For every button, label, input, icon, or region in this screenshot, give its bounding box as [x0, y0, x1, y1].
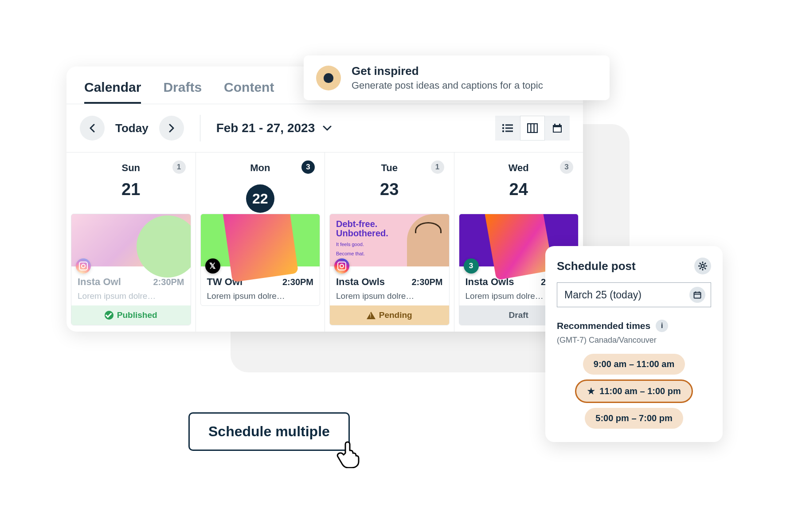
status-badge: Pending	[330, 305, 449, 325]
date-value: March 25 (today)	[564, 289, 642, 301]
today-button[interactable]: Today	[115, 121, 149, 135]
svg-rect-22	[694, 293, 701, 298]
calendar-panel: Calendar Drafts Content Today Feb 21 - 2…	[66, 66, 583, 332]
list-icon	[502, 124, 513, 133]
post-time: 2:30PM	[411, 277, 442, 287]
thumb-subline: Become that.	[336, 251, 388, 257]
post-thumbnail	[71, 214, 191, 266]
day-post-count: 1	[172, 160, 186, 174]
tab-calendar[interactable]: Calendar	[84, 80, 141, 104]
week-columns: 1 Sun 21 Insta Owl 2:30PM Lorem ipsum do…	[66, 153, 583, 332]
svg-point-4	[502, 130, 504, 132]
day-number: 24	[454, 180, 583, 199]
post-time: 2:30PM	[153, 277, 184, 287]
thumb-headline: Debt-free.	[336, 219, 388, 229]
tab-content[interactable]: Content	[224, 80, 274, 104]
svg-point-2	[502, 127, 504, 129]
timezone-label: (GMT-7) Canada/Vancouver	[557, 336, 711, 345]
svg-line-19	[704, 268, 706, 269]
date-picker-field[interactable]: March 25 (today)	[557, 282, 711, 307]
view-week-button[interactable]	[520, 116, 545, 141]
chevron-down-icon	[323, 125, 332, 131]
day-header: 1 Sun 21	[66, 153, 196, 210]
lightbulb-icon	[316, 66, 341, 90]
day-header: 3 Mon 22	[196, 153, 325, 210]
schedule-post-panel: Schedule post March 25 (today)	[545, 246, 723, 442]
x-twitter-icon: 𝕏	[205, 258, 220, 274]
svg-point-0	[502, 124, 504, 126]
time-slot-label: 11:00 am – 1:00 pm	[599, 386, 681, 396]
post-thumbnail: Debt-free. Unbothered. It feels good. Be…	[330, 214, 449, 266]
day-col-tue: 1 Tue 23 Debt-free. Unbothered. It feels…	[325, 153, 454, 332]
time-slot[interactable]: 5:00 pm – 7:00 pm	[585, 408, 683, 429]
get-inspired-subtitle: Generate post ideas and captions for a t…	[352, 80, 543, 91]
post-card[interactable]: Insta Owl 2:30PM Lorem ipsum dolre… Publ…	[71, 214, 191, 325]
multi-network-count: 3	[464, 258, 479, 274]
day-header: 1 Tue 23	[325, 153, 454, 210]
thumb-headline: Unbothered.	[336, 229, 388, 238]
post-excerpt: Lorem ipsum dolre…	[78, 291, 184, 301]
time-slot-list: 9:00 am – 11:00 am 11:00 am – 1:00 pm 5:…	[557, 354, 711, 429]
gear-icon	[698, 262, 707, 270]
post-time: 2:30PM	[282, 277, 313, 287]
post-account: Insta Owls	[336, 276, 385, 288]
view-toggle	[495, 116, 570, 141]
instagram-icon	[76, 258, 91, 274]
day-post-count: 1	[431, 160, 444, 174]
svg-rect-11	[559, 124, 560, 126]
svg-line-20	[704, 263, 706, 264]
svg-line-21	[700, 268, 701, 269]
status-label: Draft	[509, 310, 528, 320]
calendar-icon	[552, 123, 563, 133]
day-col-sun: 1 Sun 21 Insta Owl 2:30PM Lorem ipsum do…	[66, 153, 196, 332]
columns-icon	[527, 123, 538, 133]
post-excerpt: Lorem ipsum dolre…	[207, 291, 314, 301]
post-card[interactable]: Debt-free. Unbothered. It feels good. Be…	[329, 214, 450, 325]
check-circle-icon	[105, 311, 113, 320]
instagram-icon	[334, 258, 349, 274]
post-thumbnail: 𝕏	[201, 214, 320, 266]
svg-rect-3	[505, 128, 513, 129]
day-number: 21	[66, 180, 196, 199]
status-label: Published	[117, 310, 157, 320]
day-post-count: 3	[560, 160, 573, 174]
info-button[interactable]: i	[656, 320, 668, 332]
time-slot-selected[interactable]: 11:00 am – 1:00 pm	[576, 381, 691, 402]
day-col-mon: 3 Mon 22 𝕏 TW Owl 2:30PM Lorem ipsum dol…	[196, 153, 325, 332]
day-number: 23	[325, 180, 454, 199]
separator	[200, 115, 200, 141]
svg-rect-10	[554, 124, 555, 126]
time-slot[interactable]: 9:00 am – 11:00 am	[583, 354, 685, 375]
get-inspired-card[interactable]: Get inspired Generate post ideas and cap…	[304, 55, 610, 100]
schedule-multiple-button[interactable]: Schedule multiple	[188, 412, 350, 451]
svg-rect-12	[554, 127, 561, 132]
thumb-subline: It feels good.	[336, 242, 388, 247]
date-range-picker[interactable]: Feb 21 - 27, 2023	[216, 121, 332, 135]
date-range-label: Feb 21 - 27, 2023	[216, 121, 315, 135]
svg-rect-5	[505, 131, 513, 132]
status-badge: Published	[71, 305, 191, 325]
view-month-button[interactable]	[545, 116, 570, 141]
view-list-button[interactable]	[495, 116, 520, 141]
tab-drafts[interactable]: Drafts	[163, 80, 202, 104]
post-card[interactable]: 𝕏 TW Owl 2:30PM Lorem ipsum dolre…	[200, 214, 321, 306]
day-post-count: 3	[301, 160, 315, 174]
svg-rect-6	[528, 124, 537, 133]
status-label: Pending	[379, 310, 412, 320]
calendar-icon	[689, 287, 705, 303]
get-inspired-title: Get inspired	[352, 64, 543, 78]
post-account: Insta Owl	[78, 276, 121, 288]
svg-rect-1	[505, 125, 513, 126]
warning-icon	[367, 312, 376, 319]
svg-line-18	[700, 263, 701, 264]
day-number-today: 22	[246, 184, 274, 213]
settings-button[interactable]	[694, 258, 711, 274]
day-header: 3 Wed 24	[454, 153, 583, 210]
star-icon	[587, 387, 595, 395]
calendar-toolbar: Today Feb 21 - 27, 2023	[66, 104, 583, 153]
schedule-panel-title: Schedule post	[557, 259, 636, 273]
next-week-button[interactable]	[159, 116, 184, 141]
cursor-hand-icon	[334, 438, 364, 468]
prev-week-button[interactable]	[80, 116, 105, 141]
svg-point-13	[701, 265, 704, 268]
